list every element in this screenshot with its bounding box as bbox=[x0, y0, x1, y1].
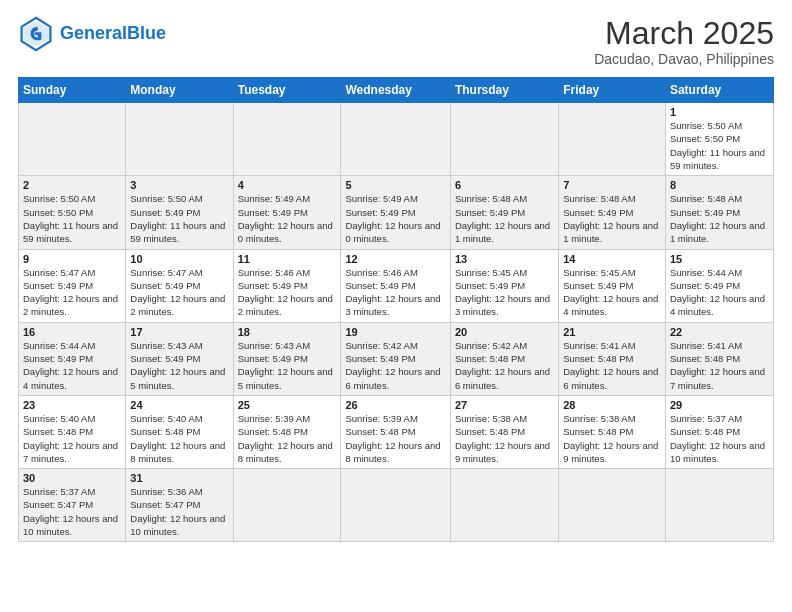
day-info: Sunrise: 5:38 AM Sunset: 5:48 PM Dayligh… bbox=[455, 412, 554, 465]
day-number: 11 bbox=[238, 253, 337, 265]
calendar-cell: 10Sunrise: 5:47 AM Sunset: 5:49 PM Dayli… bbox=[126, 249, 233, 322]
day-number: 25 bbox=[238, 399, 337, 411]
calendar-cell bbox=[233, 469, 341, 542]
day-info: Sunrise: 5:45 AM Sunset: 5:49 PM Dayligh… bbox=[455, 266, 554, 319]
calendar-cell bbox=[341, 469, 450, 542]
day-number: 3 bbox=[130, 179, 228, 191]
day-number: 9 bbox=[23, 253, 121, 265]
day-number: 14 bbox=[563, 253, 661, 265]
col-header-wednesday: Wednesday bbox=[341, 78, 450, 103]
day-info: Sunrise: 5:44 AM Sunset: 5:49 PM Dayligh… bbox=[670, 266, 769, 319]
logo: GeneralBlue bbox=[18, 16, 166, 52]
day-number: 31 bbox=[130, 472, 228, 484]
calendar-week-2: 2Sunrise: 5:50 AM Sunset: 5:50 PM Daylig… bbox=[19, 176, 774, 249]
day-number: 23 bbox=[23, 399, 121, 411]
calendar-cell: 6Sunrise: 5:48 AM Sunset: 5:49 PM Daylig… bbox=[450, 176, 558, 249]
col-header-sunday: Sunday bbox=[19, 78, 126, 103]
col-header-monday: Monday bbox=[126, 78, 233, 103]
day-number: 24 bbox=[130, 399, 228, 411]
calendar-cell: 3Sunrise: 5:50 AM Sunset: 5:49 PM Daylig… bbox=[126, 176, 233, 249]
day-number: 5 bbox=[345, 179, 445, 191]
page: GeneralBlue March 2025 Dacudao, Davao, P… bbox=[0, 0, 792, 612]
day-info: Sunrise: 5:44 AM Sunset: 5:49 PM Dayligh… bbox=[23, 339, 121, 392]
day-number: 28 bbox=[563, 399, 661, 411]
calendar-cell: 18Sunrise: 5:43 AM Sunset: 5:49 PM Dayli… bbox=[233, 322, 341, 395]
logo-general: General bbox=[60, 23, 127, 43]
calendar-cell: 2Sunrise: 5:50 AM Sunset: 5:50 PM Daylig… bbox=[19, 176, 126, 249]
day-info: Sunrise: 5:49 AM Sunset: 5:49 PM Dayligh… bbox=[238, 192, 337, 245]
day-info: Sunrise: 5:45 AM Sunset: 5:49 PM Dayligh… bbox=[563, 266, 661, 319]
calendar-cell bbox=[559, 469, 666, 542]
calendar-table: SundayMondayTuesdayWednesdayThursdayFrid… bbox=[18, 77, 774, 542]
day-number: 13 bbox=[455, 253, 554, 265]
day-info: Sunrise: 5:48 AM Sunset: 5:49 PM Dayligh… bbox=[563, 192, 661, 245]
day-number: 30 bbox=[23, 472, 121, 484]
calendar-header-row: SundayMondayTuesdayWednesdayThursdayFrid… bbox=[19, 78, 774, 103]
day-info: Sunrise: 5:39 AM Sunset: 5:48 PM Dayligh… bbox=[345, 412, 445, 465]
day-info: Sunrise: 5:43 AM Sunset: 5:49 PM Dayligh… bbox=[238, 339, 337, 392]
day-info: Sunrise: 5:49 AM Sunset: 5:49 PM Dayligh… bbox=[345, 192, 445, 245]
day-info: Sunrise: 5:46 AM Sunset: 5:49 PM Dayligh… bbox=[345, 266, 445, 319]
day-info: Sunrise: 5:36 AM Sunset: 5:47 PM Dayligh… bbox=[130, 485, 228, 538]
day-info: Sunrise: 5:37 AM Sunset: 5:48 PM Dayligh… bbox=[670, 412, 769, 465]
day-info: Sunrise: 5:50 AM Sunset: 5:50 PM Dayligh… bbox=[23, 192, 121, 245]
calendar-cell: 1Sunrise: 5:50 AM Sunset: 5:50 PM Daylig… bbox=[665, 103, 773, 176]
calendar-cell bbox=[126, 103, 233, 176]
day-number: 18 bbox=[238, 326, 337, 338]
calendar-cell: 19Sunrise: 5:42 AM Sunset: 5:49 PM Dayli… bbox=[341, 322, 450, 395]
day-info: Sunrise: 5:47 AM Sunset: 5:49 PM Dayligh… bbox=[130, 266, 228, 319]
day-info: Sunrise: 5:40 AM Sunset: 5:48 PM Dayligh… bbox=[23, 412, 121, 465]
day-info: Sunrise: 5:43 AM Sunset: 5:49 PM Dayligh… bbox=[130, 339, 228, 392]
day-info: Sunrise: 5:42 AM Sunset: 5:49 PM Dayligh… bbox=[345, 339, 445, 392]
day-number: 2 bbox=[23, 179, 121, 191]
calendar-cell bbox=[19, 103, 126, 176]
day-number: 8 bbox=[670, 179, 769, 191]
day-number: 27 bbox=[455, 399, 554, 411]
col-header-tuesday: Tuesday bbox=[233, 78, 341, 103]
calendar-cell bbox=[665, 469, 773, 542]
day-info: Sunrise: 5:46 AM Sunset: 5:49 PM Dayligh… bbox=[238, 266, 337, 319]
day-number: 12 bbox=[345, 253, 445, 265]
calendar-cell: 22Sunrise: 5:41 AM Sunset: 5:48 PM Dayli… bbox=[665, 322, 773, 395]
day-info: Sunrise: 5:41 AM Sunset: 5:48 PM Dayligh… bbox=[563, 339, 661, 392]
col-header-saturday: Saturday bbox=[665, 78, 773, 103]
calendar-week-3: 9Sunrise: 5:47 AM Sunset: 5:49 PM Daylig… bbox=[19, 249, 774, 322]
calendar-cell: 28Sunrise: 5:38 AM Sunset: 5:48 PM Dayli… bbox=[559, 395, 666, 468]
day-info: Sunrise: 5:37 AM Sunset: 5:47 PM Dayligh… bbox=[23, 485, 121, 538]
col-header-friday: Friday bbox=[559, 78, 666, 103]
day-number: 29 bbox=[670, 399, 769, 411]
calendar-cell: 17Sunrise: 5:43 AM Sunset: 5:49 PM Dayli… bbox=[126, 322, 233, 395]
calendar-cell: 12Sunrise: 5:46 AM Sunset: 5:49 PM Dayli… bbox=[341, 249, 450, 322]
logo-blue: Blue bbox=[127, 23, 166, 43]
calendar-cell: 15Sunrise: 5:44 AM Sunset: 5:49 PM Dayli… bbox=[665, 249, 773, 322]
day-info: Sunrise: 5:48 AM Sunset: 5:49 PM Dayligh… bbox=[670, 192, 769, 245]
day-number: 22 bbox=[670, 326, 769, 338]
calendar-cell: 21Sunrise: 5:41 AM Sunset: 5:48 PM Dayli… bbox=[559, 322, 666, 395]
day-number: 6 bbox=[455, 179, 554, 191]
calendar-week-1: 1Sunrise: 5:50 AM Sunset: 5:50 PM Daylig… bbox=[19, 103, 774, 176]
day-number: 4 bbox=[238, 179, 337, 191]
calendar-cell: 23Sunrise: 5:40 AM Sunset: 5:48 PM Dayli… bbox=[19, 395, 126, 468]
calendar-cell: 9Sunrise: 5:47 AM Sunset: 5:49 PM Daylig… bbox=[19, 249, 126, 322]
day-number: 19 bbox=[345, 326, 445, 338]
col-header-thursday: Thursday bbox=[450, 78, 558, 103]
day-number: 16 bbox=[23, 326, 121, 338]
title-block: March 2025 Dacudao, Davao, Philippines bbox=[594, 16, 774, 67]
day-info: Sunrise: 5:39 AM Sunset: 5:48 PM Dayligh… bbox=[238, 412, 337, 465]
calendar-week-6: 30Sunrise: 5:37 AM Sunset: 5:47 PM Dayli… bbox=[19, 469, 774, 542]
calendar-cell bbox=[559, 103, 666, 176]
day-info: Sunrise: 5:47 AM Sunset: 5:49 PM Dayligh… bbox=[23, 266, 121, 319]
calendar-cell bbox=[233, 103, 341, 176]
day-info: Sunrise: 5:41 AM Sunset: 5:48 PM Dayligh… bbox=[670, 339, 769, 392]
calendar-cell: 13Sunrise: 5:45 AM Sunset: 5:49 PM Dayli… bbox=[450, 249, 558, 322]
calendar-cell: 7Sunrise: 5:48 AM Sunset: 5:49 PM Daylig… bbox=[559, 176, 666, 249]
calendar-week-5: 23Sunrise: 5:40 AM Sunset: 5:48 PM Dayli… bbox=[19, 395, 774, 468]
logo-text: GeneralBlue bbox=[60, 24, 166, 44]
calendar-cell: 24Sunrise: 5:40 AM Sunset: 5:48 PM Dayli… bbox=[126, 395, 233, 468]
day-number: 20 bbox=[455, 326, 554, 338]
calendar-cell: 25Sunrise: 5:39 AM Sunset: 5:48 PM Dayli… bbox=[233, 395, 341, 468]
day-info: Sunrise: 5:40 AM Sunset: 5:48 PM Dayligh… bbox=[130, 412, 228, 465]
header: GeneralBlue March 2025 Dacudao, Davao, P… bbox=[18, 16, 774, 67]
day-info: Sunrise: 5:50 AM Sunset: 5:49 PM Dayligh… bbox=[130, 192, 228, 245]
calendar-cell bbox=[450, 103, 558, 176]
